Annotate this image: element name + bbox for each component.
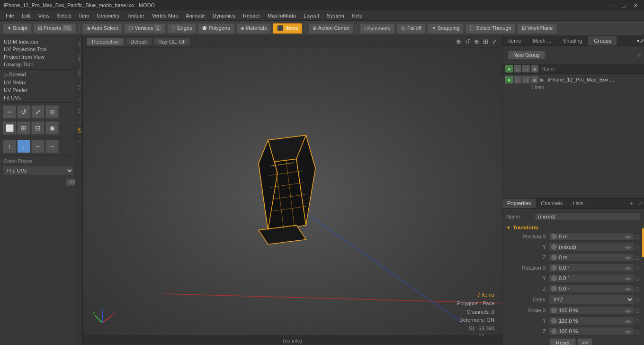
menu-texture[interactable]: Texture	[124, 12, 148, 19]
position-z-value[interactable]: 0 m ◀▶	[549, 253, 634, 262]
rotation-x-arrows[interactable]: ◀▶	[624, 265, 632, 271]
arrow-up-icon-btn[interactable]: ↑	[3, 140, 16, 153]
vp-rotate-icon[interactable]: ↺	[464, 37, 471, 46]
position-x-value[interactable]: 0 m ◀▶	[549, 232, 634, 241]
reset-button[interactable]: Reset	[550, 338, 576, 345]
presets-button[interactable]: ⊞ Presets F6	[34, 23, 76, 34]
vp-raygl-tab[interactable]: Ray GL: Off	[153, 37, 191, 46]
viewport-canvas[interactable]: X Y Z 7 Items Polygons : Face Channels: …	[83, 47, 502, 345]
group-eye-icon[interactable]: ●	[505, 76, 513, 83]
uv-grid-icon-btn[interactable]: ⬜	[3, 121, 16, 135]
rotation-y-arrows[interactable]: ◀▶	[624, 276, 632, 281]
position-z-arrows[interactable]: ◀▶	[624, 255, 632, 260]
rotation-x-value[interactable]: 0.0 ° ◀▶	[549, 263, 634, 272]
auto-select-button[interactable]: ◈ Auto Select	[82, 23, 123, 34]
group-list-item[interactable]: ● □ ◻ ◈ ▶ iPhone_12_Pro_Max_Box ...	[502, 75, 644, 84]
order-pin[interactable]: ◻	[634, 297, 640, 303]
vertices-button[interactable]: ⬡ Vertices 1	[124, 23, 165, 34]
menu-select[interactable]: Select	[53, 12, 75, 19]
scale-z-pin[interactable]: ◻	[634, 328, 640, 335]
menu-view[interactable]: View	[35, 12, 54, 19]
uv-checker-icon-btn[interactable]: ⊞	[17, 121, 30, 135]
materials-button[interactable]: ◈ Materials	[236, 23, 271, 34]
vp-settings-icon[interactable]: ⊞	[482, 37, 489, 46]
props-tab-lists[interactable]: Lists	[568, 199, 589, 208]
rotate-icon-btn[interactable]: ↺	[17, 105, 30, 118]
scale-icon-btn[interactable]: ⤢	[31, 105, 45, 118]
scale-z-arrows[interactable]: ◀▶	[624, 329, 632, 334]
eye-icon[interactable]: ●	[505, 65, 513, 73]
menu-maxtomodo[interactable]: MaxToModo	[264, 12, 300, 19]
render-icon[interactable]: □	[514, 65, 521, 73]
position-x-arrows[interactable]: ◀▶	[624, 234, 632, 239]
flip-uvs-select[interactable]: Flip UVs	[3, 166, 74, 175]
move-icon-btn[interactable]: ↔	[3, 105, 16, 118]
lock-icon[interactable]: ◻	[522, 65, 530, 73]
props-tab-channels[interactable]: Channels	[536, 199, 568, 208]
menu-edit[interactable]: Edit	[18, 12, 35, 19]
fit-uvs-tool[interactable]: Fit UVs	[0, 94, 82, 101]
scale-x-value[interactable]: 100.0 % ◀▶	[549, 306, 634, 315]
snapping-button[interactable]: ✦ Snapping	[428, 23, 464, 34]
uv-unfold-icon-btn[interactable]: ⊟	[31, 121, 45, 135]
workplane-button[interactable]: ⊟ WorkPlane	[518, 23, 557, 34]
spread-tool[interactable]: ▷ Spread	[0, 71, 82, 79]
scale-y-value[interactable]: 100.0 % ◀▶	[549, 317, 634, 325]
position-z-pin[interactable]: ◻	[634, 254, 640, 261]
vp-default-tab[interactable]: Default	[125, 37, 152, 46]
tab-items[interactable]: Items	[502, 36, 527, 45]
new-group-button[interactable]: New Group	[508, 51, 545, 59]
rotation-y-pin[interactable]: ◻	[634, 275, 640, 281]
position-y-value[interactable]: (mixed) ◀▶	[549, 243, 634, 251]
uv-sphere-icon-btn[interactable]: ◉	[45, 121, 59, 135]
viewport[interactable]: Perspective Default Ray GL: Off ⊕ ↺ ⊕ ⊞ …	[83, 36, 502, 345]
scale-y-arrows[interactable]: ◀▶	[624, 318, 632, 324]
group-vis-icon[interactable]: ◈	[531, 76, 538, 83]
symmetry-button[interactable]: | Symmetry	[360, 23, 394, 34]
groups-expand-icon[interactable]: ⤢	[637, 52, 641, 58]
action-center-button[interactable]: ⊕ Action Center	[308, 23, 354, 34]
name-input[interactable]	[535, 212, 640, 221]
execute-button[interactable]: >>	[578, 338, 592, 345]
menu-geometry[interactable]: Geometry	[93, 12, 123, 19]
transform-icon-btn[interactable]: ⊞	[45, 105, 59, 118]
order-select[interactable]: XYZ XZY YXZ ZXY	[549, 295, 634, 304]
edges-button[interactable]: ◻ Edges	[167, 23, 196, 34]
tab-groups[interactable]: Groups	[588, 36, 617, 45]
tab-expand-icon[interactable]: ⤢	[640, 38, 644, 44]
menu-dynamics[interactable]: Dynamics	[209, 12, 239, 19]
menu-system[interactable]: System	[323, 12, 348, 19]
arrow-down-icon-btn[interactable]: ↓	[17, 140, 30, 153]
group-expand-icon[interactable]: ▶	[540, 77, 544, 83]
falloff-button[interactable]: ◎ Falloff	[397, 23, 426, 34]
menu-help[interactable]: Help	[348, 12, 367, 19]
vis-icon[interactable]: ◈	[531, 65, 538, 73]
props-expand-icon[interactable]: ⤢	[636, 200, 644, 208]
menu-file[interactable]: File	[2, 12, 18, 19]
arrow-right-icon-btn[interactable]: →	[45, 140, 59, 153]
rotation-x-pin[interactable]: ◻	[634, 265, 640, 271]
props-tab-properties[interactable]: Properties	[502, 199, 536, 208]
vp-center-icon[interactable]: ⊕	[455, 37, 462, 46]
vp-expand-icon[interactable]: ⤢	[491, 37, 498, 46]
rotation-z-arrows[interactable]: ◀▶	[624, 286, 632, 291]
maximize-button[interactable]: □	[620, 2, 627, 9]
uv-label[interactable]: UV	[76, 126, 82, 136]
unwrap-tool[interactable]: Unwrap Tool	[0, 61, 82, 68]
scale-z-value[interactable]: 100.0 % ◀▶	[549, 327, 634, 336]
udim-indicator-tool[interactable]: UDIM Indicator	[0, 38, 82, 45]
menu-render[interactable]: Render	[239, 12, 264, 19]
position-y-pin[interactable]: ◻	[634, 244, 640, 250]
rotation-z-pin[interactable]: ◻	[634, 286, 640, 292]
vp-zoom-icon[interactable]: ⊕	[473, 37, 480, 46]
props-add-tab[interactable]: +	[627, 200, 636, 207]
menu-animate[interactable]: Animate	[182, 12, 208, 19]
tab-mesh[interactable]: Mesh ...	[527, 36, 557, 45]
scale-y-pin[interactable]: ◻	[634, 318, 640, 324]
polygons-button[interactable]: ⬟ Polygons	[198, 23, 234, 34]
vp-perspective-tab[interactable]: Perspective	[87, 37, 124, 46]
menu-vertexmap[interactable]: Vertex Map	[148, 12, 182, 19]
uv-relax-tool[interactable]: UV Relax	[0, 79, 82, 86]
rotation-z-value[interactable]: 0.0 ° ◀▶	[549, 284, 634, 293]
group-lock-icon[interactable]: ◻	[522, 76, 530, 83]
